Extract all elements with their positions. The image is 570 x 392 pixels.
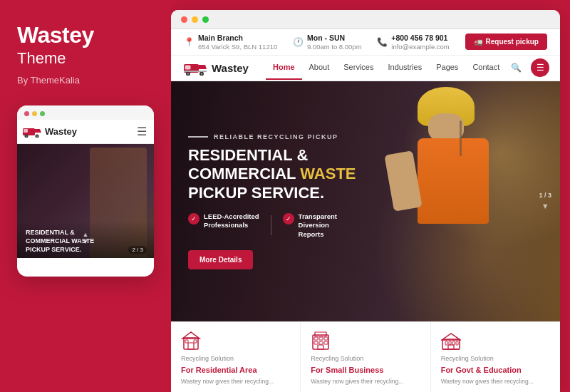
card2-title: For Small Business — [311, 365, 420, 375]
svg-rect-24 — [324, 337, 328, 340]
topbar-phone: 📞 +800 456 78 901 info@example.com — [377, 33, 449, 51]
svg-rect-23 — [319, 337, 323, 340]
browser-dot-yellow — [192, 16, 198, 23]
phone-number: +800 456 78 901 — [391, 33, 449, 43]
more-details-button[interactable]: More Details — [188, 250, 253, 269]
mobile-window-dots — [17, 105, 154, 120]
card3-desc: Wastey now gives their recycling... — [441, 378, 550, 386]
feature2-text: Transparent Diversion Reports — [299, 212, 337, 239]
card3-title-pre: For — [441, 366, 456, 374]
card3-tag: Recycling Solution — [441, 355, 550, 362]
browser-mockup: 📍 Main Branch 654 Varick Str, BLN 11210 … — [171, 10, 560, 392]
site-navigation: Wastey Home About Services Industries Pa… — [171, 56, 560, 81]
svg-point-11 — [187, 73, 189, 74]
hours-info: Mon - SUN 9.00am to 8.00pm — [307, 33, 362, 51]
mobile-arrows: ▲ ▼ — [83, 232, 89, 245]
mobile-preview: Wastey ☰ RESIDENTIAL &COMMERCIAL WASTEPI… — [17, 105, 154, 277]
mobile-nav-bar: Wastey ☰ — [17, 120, 154, 144]
slider-arrow-down[interactable]: ▼ — [542, 202, 549, 210]
hero-feature-1: ✓ LEED-Accredited Professionals — [188, 212, 259, 230]
branch-address: 654 Varick Str, BLN 11210 — [198, 43, 277, 51]
card2-title-highlight: Small Business — [326, 366, 383, 374]
nav-item-industries[interactable]: Industries — [380, 56, 429, 80]
request-btn-label: Request pickup — [486, 38, 539, 46]
svg-rect-18 — [185, 340, 188, 343]
nav-item-services[interactable]: Services — [336, 56, 380, 80]
request-pickup-button[interactable]: 🚛 Request pickup — [465, 33, 547, 50]
brand-by: By ThemeKalia — [17, 75, 80, 86]
brand-title: Wastey — [17, 23, 94, 48]
branch-info: Main Branch 654 Varick Str, BLN 11210 — [198, 33, 277, 51]
browser-chrome — [171, 10, 560, 29]
nav-icons: 🔍 ☰ — [507, 58, 549, 77]
tag-line — [188, 136, 208, 138]
mobile-truck-icon — [23, 125, 41, 138]
feature-divider — [271, 215, 271, 235]
nav-item-pages[interactable]: Pages — [429, 56, 465, 80]
nav-item-about[interactable]: About — [302, 56, 337, 80]
svg-rect-27 — [324, 341, 328, 344]
topbar-hours: 🕐 Mon - SUN 9.00am to 8.00pm — [293, 33, 362, 51]
svg-rect-34 — [456, 341, 458, 345]
svg-rect-32 — [449, 341, 451, 345]
svg-marker-9 — [199, 65, 207, 69]
dot-green — [40, 111, 45, 116]
arrow-down: ▼ — [83, 239, 89, 245]
feature2-line3: Reports — [299, 230, 324, 238]
card2-desc: Wastey now gives their recycling... — [311, 378, 420, 386]
hero-title-line2: COMMERCIAL — [188, 165, 300, 182]
dot-yellow — [32, 111, 37, 116]
svg-rect-33 — [452, 341, 455, 345]
svg-rect-26 — [319, 341, 323, 344]
location-icon: 📍 — [184, 37, 195, 47]
feature2-line1: Transparent — [299, 212, 337, 220]
feature1-text: LEED-Accredited Professionals — [204, 212, 259, 230]
govt-building-icon — [441, 331, 461, 351]
hero-title-line1: RESIDENTIAL & — [188, 146, 308, 164]
feature1-line1: LEED-Accredited — [204, 212, 259, 220]
mobile-hamburger-icon[interactable]: ☰ — [137, 125, 147, 138]
svg-rect-22 — [314, 337, 318, 340]
card2-title-pre: For — [311, 366, 326, 374]
hero-tag-text: RELIABLE RECYCLING PICKUP — [214, 133, 338, 140]
branch-label: Main Branch — [198, 33, 277, 43]
residential-building-icon — [181, 331, 201, 351]
card1-title-highlight: Residential Area — [196, 366, 257, 374]
menu-button[interactable]: ☰ — [531, 58, 549, 77]
nav-item-home[interactable]: Home — [266, 56, 302, 80]
svg-rect-14 — [184, 71, 207, 72]
nav-item-contact[interactable]: Contact — [465, 56, 507, 80]
browser-dot-red — [181, 16, 187, 23]
search-button[interactable]: 🔍 — [507, 58, 525, 77]
bottom-cards: Recycling Solution For Residential Area … — [171, 321, 560, 392]
svg-rect-19 — [194, 340, 197, 343]
card3-icon-row — [441, 331, 550, 351]
dot-red — [24, 111, 29, 116]
slide-number: 1 / 3 — [539, 192, 551, 199]
svg-point-13 — [201, 73, 202, 74]
hero-title: RESIDENTIAL & COMMERCIAL WASTE PICKUP SE… — [188, 146, 356, 202]
card1-tag: Recycling Solution — [181, 355, 290, 362]
request-icon: 🚛 — [474, 38, 482, 46]
card1-icon-row — [181, 331, 290, 351]
slider-indicator: 1 / 3 ▼ — [539, 192, 551, 210]
browser-content: 📍 Main Branch 654 Varick Str, BLN 11210 … — [171, 29, 560, 392]
clock-icon: 🕐 — [293, 37, 304, 47]
card3-title-highlight: Govt & Education — [455, 366, 521, 374]
topbar-branch: 📍 Main Branch 654 Varick Str, BLN 11210 — [184, 33, 277, 51]
logo-text: Wastey — [212, 62, 249, 74]
svg-rect-31 — [445, 341, 447, 345]
check-icon-2: ✓ — [283, 213, 294, 225]
feature1-line2: Professionals — [204, 221, 248, 229]
card2-icon-row — [311, 331, 420, 351]
hero-content: RELIABLE RECYCLING PICKUP RESIDENTIAL & … — [171, 119, 373, 284]
mobile-hero: RESIDENTIAL &COMMERCIAL WASTEPICKUP SERV… — [17, 144, 154, 258]
svg-rect-8 — [185, 65, 191, 69]
card2-tag: Recycling Solution — [311, 355, 420, 362]
site-topbar: 📍 Main Branch 654 Varick Str, BLN 11210 … — [171, 29, 560, 56]
card1-title: For Residential Area — [181, 365, 290, 375]
hours-label: Mon - SUN — [307, 33, 362, 43]
mobile-logo-text: Wastey — [45, 126, 77, 137]
phone-icon: 📞 — [377, 37, 388, 47]
hero-title-service: SERVICE. — [247, 184, 324, 202]
